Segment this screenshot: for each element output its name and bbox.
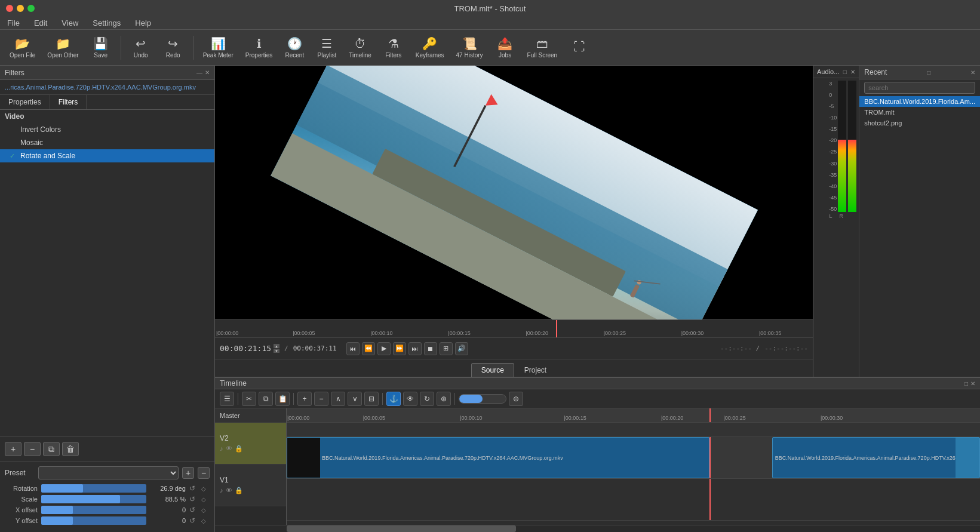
project-tab[interactable]: Project: [514, 363, 557, 377]
v2-clip-2[interactable]: BBC.Natural.World.2019.Florida.Americas.…: [772, 437, 980, 478]
recent-button[interactable]: 🕐 Recent: [279, 34, 309, 61]
menu-file[interactable]: File: [5, 17, 22, 29]
preview-playhead[interactable]: [556, 320, 557, 337]
menu-settings[interactable]: Settings: [90, 17, 123, 29]
timeline-zoomin-button[interactable]: ⊕: [437, 392, 451, 406]
fullscreen-button[interactable]: ⛶: [564, 38, 594, 57]
grid-button[interactable]: ⊞: [440, 342, 453, 355]
time-spin-up[interactable]: ▲: [274, 344, 279, 348]
history-button[interactable]: 📜 47 History: [451, 34, 488, 61]
minimize-button[interactable]: [17, 5, 24, 12]
rotation-slider[interactable]: [41, 484, 146, 493]
jobs-button[interactable]: 🗃 Full Screen: [523, 35, 563, 61]
skip-end-button[interactable]: ⏭: [408, 342, 422, 355]
recent-item-1[interactable]: TROM.mlt: [859, 107, 980, 118]
timeline-ripple-button[interactable]: 👁: [403, 392, 417, 406]
timeline-add-button[interactable]: +: [297, 392, 312, 406]
recent-item-2[interactable]: shotcut2.png: [859, 118, 980, 128]
audio-float-icon[interactable]: □: [843, 69, 847, 75]
timeline-close-icon[interactable]: ✕: [970, 380, 975, 387]
timeline-fill-button[interactable]: ⊟: [364, 392, 379, 406]
rotation-reset[interactable]: ↺: [189, 484, 198, 493]
timeline-cut-button[interactable]: ✂: [242, 392, 256, 406]
x-offset-keyframe[interactable]: ◇: [201, 507, 210, 513]
time-spin-down[interactable]: ▼: [274, 349, 279, 353]
timeline-zoomout-button[interactable]: ⊖: [509, 392, 523, 406]
timeline-paste-button[interactable]: 📋: [275, 392, 290, 406]
filters-float-button[interactable]: —: [196, 69, 202, 76]
scale-reset[interactable]: ↺: [189, 495, 198, 503]
source-tab[interactable]: Source: [471, 363, 514, 377]
scrollbar-thumb[interactable]: [287, 525, 516, 532]
timeline-playhead[interactable]: [709, 408, 711, 422]
v2-lock-icon[interactable]: 🔒: [235, 445, 243, 453]
delete-filter-button[interactable]: 🗑: [62, 442, 79, 456]
rotation-keyframe[interactable]: ◇: [201, 485, 210, 492]
fast-forward-button[interactable]: ⏩: [393, 342, 406, 355]
scale-keyframe[interactable]: ◇: [201, 496, 210, 503]
playlist-button[interactable]: ☰ Playlist: [312, 34, 342, 61]
timeline-float-icon[interactable]: □: [964, 380, 968, 387]
open-file-button[interactable]: 📂 Open File: [5, 34, 40, 61]
tab-filters[interactable]: Filters: [50, 95, 87, 109]
fullscreen-button[interactable]: [27, 5, 35, 12]
stop-button[interactable]: ⏹: [424, 342, 437, 355]
v1-lock-icon[interactable]: 🔒: [235, 487, 243, 494]
filter-item-rotate-scale[interactable]: ✓ Rotate and Scale: [0, 149, 214, 162]
timeline-remove-button[interactable]: −: [314, 392, 328, 406]
v2-eye-icon[interactable]: 👁: [226, 445, 232, 453]
filter-item-invert-colors[interactable]: Invert Colors: [0, 123, 214, 136]
play-button[interactable]: ▶: [377, 342, 391, 355]
recent-search-input[interactable]: [864, 82, 975, 94]
preset-select[interactable]: [38, 466, 179, 479]
v2-audio-icon[interactable]: ♪: [220, 445, 223, 453]
skip-start-button[interactable]: ⏮: [346, 342, 360, 355]
menu-view[interactable]: View: [59, 17, 81, 29]
menu-help[interactable]: Help: [133, 17, 153, 29]
redo-button[interactable]: ↪ Redo: [158, 34, 188, 61]
v1-audio-icon[interactable]: ♪: [220, 487, 223, 494]
audio-close-icon[interactable]: ✕: [850, 69, 855, 75]
preset-add-button[interactable]: +: [182, 467, 194, 479]
menu-edit[interactable]: Edit: [32, 17, 50, 29]
copy-filter-button[interactable]: ⧉: [43, 442, 60, 456]
timeline-up-button[interactable]: ∧: [331, 392, 345, 406]
y-offset-reset[interactable]: ↺: [189, 516, 198, 525]
timeline-scrollbar[interactable]: [215, 525, 980, 532]
tab-properties[interactable]: Properties: [0, 95, 50, 109]
close-button[interactable]: [6, 5, 13, 12]
undo-button[interactable]: ↩ Undo: [126, 34, 156, 61]
filters-close-button[interactable]: ✕: [205, 69, 210, 76]
scale-slider[interactable]: [41, 495, 146, 503]
save-button[interactable]: 💾 Save: [86, 34, 116, 61]
rewind-button[interactable]: ⏪: [362, 342, 375, 355]
export-button[interactable]: 📤 Jobs: [490, 34, 520, 61]
open-other-button[interactable]: 📁 Open Other: [42, 34, 83, 61]
timeline-button[interactable]: ⏱ Timeline: [344, 35, 376, 61]
x-offset-slider[interactable]: [41, 506, 146, 514]
timeline-menu-button[interactable]: ☰: [220, 392, 234, 406]
zoom-slider[interactable]: [459, 394, 506, 404]
timeline-down-button[interactable]: ∨: [348, 392, 362, 406]
remove-filter-button[interactable]: −: [24, 442, 41, 456]
v2-clip-1[interactable]: BBC.Natural.World.2019.Florida.Americas.…: [287, 437, 709, 478]
filter-item-mosaic[interactable]: Mosaic: [0, 136, 214, 149]
properties-button[interactable]: ℹ Properties: [241, 34, 278, 61]
timeline-snap-button[interactable]: ⚓: [386, 392, 401, 406]
keyframes-button[interactable]: 🔑 Keyframes: [411, 34, 449, 61]
recent-item-0[interactable]: BBC.Natural.World.2019.Florida.Am...: [859, 96, 980, 107]
timeline-copy-button[interactable]: ⧉: [259, 392, 273, 406]
y-offset-slider[interactable]: [41, 516, 146, 525]
recent-float-icon[interactable]: □: [927, 69, 930, 76]
timeline-loop-button[interactable]: ↻: [420, 392, 434, 406]
volume-button[interactable]: 🔊: [455, 342, 468, 355]
v1-eye-icon[interactable]: 👁: [226, 487, 232, 494]
add-filter-button[interactable]: +: [5, 442, 21, 456]
filters-button[interactable]: ⚗ Filters: [379, 34, 408, 61]
time-spinner[interactable]: ▲ ▼: [274, 344, 279, 353]
x-offset-reset[interactable]: ↺: [189, 506, 198, 514]
peak-meter-button[interactable]: 📊 Peak Meter: [198, 34, 238, 61]
y-offset-keyframe[interactable]: ◇: [201, 518, 210, 524]
preset-remove-button[interactable]: −: [198, 467, 210, 479]
recent-close-icon[interactable]: ✕: [970, 69, 975, 76]
